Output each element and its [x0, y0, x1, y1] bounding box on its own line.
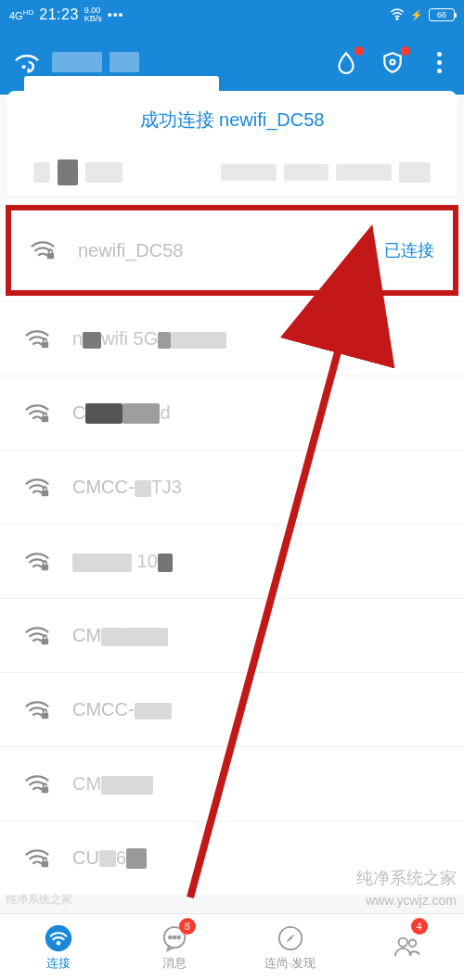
svg-point-14 [56, 941, 60, 946]
nav-messages[interactable]: 消息 8 [116, 914, 232, 980]
svg-point-18 [177, 935, 180, 938]
clock: 21:23 [39, 6, 79, 23]
nav-mine[interactable]: 4 [348, 914, 464, 980]
svg-point-2 [391, 60, 395, 65]
app-logo-icon [11, 46, 43, 78]
nav-discover[interactable]: 连尚·发现 [232, 914, 348, 980]
wifi-status-icon [390, 7, 405, 23]
water-drop-icon[interactable] [332, 48, 360, 76]
wifi-name: 10 [72, 551, 440, 572]
people-icon [392, 932, 421, 961]
svg-point-0 [396, 18, 398, 19]
net-speed: 9.00KB/s [84, 6, 102, 23]
success-message: 成功连接 newifi_DC58 [19, 108, 445, 133]
wifi-lock-icon [24, 551, 50, 573]
charging-icon: ⚡ [410, 9, 423, 21]
svg-rect-10 [42, 786, 48, 793]
wifi-name: CMCC-TJ3 [72, 477, 440, 498]
wifi-item[interactable]: CMCC- [0, 672, 464, 746]
watermark-left: 纯净系统之家 [6, 892, 72, 908]
wifi-item[interactable]: CM [0, 746, 464, 821]
watermark-line2: www.ycwjz.com [366, 893, 457, 908]
wifi-list: newifi_DC58 已连接 nwifi 5G Cd CMCC-TJ3 [0, 199, 464, 895]
wifi-item[interactable]: Cd [0, 375, 464, 450]
wifi-lock-icon [24, 477, 50, 499]
status-bar: 4GHD 21:23 9.00KB/s ••• ⚡ 66 [0, 0, 464, 30]
bottom-nav: 连接 消息 8 连尚·发现 4 [0, 913, 464, 980]
wifi-lock-icon [24, 625, 50, 647]
wifi-lock-icon [24, 402, 50, 425]
svg-rect-3 [47, 253, 54, 260]
wifi-item[interactable]: CM [0, 598, 464, 672]
wifi-icon [44, 923, 73, 953]
wifi-lock-icon [24, 773, 50, 795]
svg-rect-7 [42, 564, 48, 570]
wifi-item[interactable]: 10 [0, 524, 464, 598]
nav-label: 连尚·发现 [264, 955, 316, 972]
badge: 4 [411, 918, 428, 935]
wifi-name: nwifi 5G [72, 328, 440, 350]
wifi-lock-icon [24, 699, 50, 721]
battery-indicator: 66 [429, 8, 455, 21]
svg-point-20 [398, 937, 406, 946]
svg-point-21 [408, 939, 416, 947]
network-type: 4GHD [9, 9, 33, 21]
svg-rect-6 [42, 490, 48, 496]
svg-rect-11 [42, 860, 48, 867]
svg-point-1 [21, 65, 25, 69]
svg-rect-5 [42, 415, 48, 422]
blurred-info-row [19, 157, 445, 188]
wifi-lock-icon [24, 328, 50, 350]
svg-point-16 [168, 935, 171, 938]
wifi-item[interactable]: CMCC-TJ3 [0, 450, 464, 524]
svg-point-17 [173, 935, 175, 938]
wifi-item[interactable]: nwifi 5G [0, 301, 464, 375]
wifi-name: CM [72, 773, 440, 795]
wifi-lock-icon [30, 239, 56, 261]
watermark-line1: 纯净系统之家 [356, 867, 457, 889]
badge: 8 [179, 918, 196, 935]
wifi-lock-icon [24, 847, 50, 870]
menu-icon[interactable] [425, 48, 453, 76]
app-title-blurred [52, 52, 139, 72]
nav-label: 连接 [46, 955, 71, 972]
connected-badge: 已连接 [360, 239, 434, 261]
shield-icon[interactable] [379, 48, 406, 76]
svg-rect-9 [42, 712, 48, 719]
compass-icon [276, 923, 305, 953]
wifi-name: Cd [72, 402, 440, 425]
connection-success-card: 成功连接 newifi_DC58 [7, 91, 457, 196]
svg-rect-4 [42, 341, 48, 348]
nav-connect[interactable]: 连接 [0, 914, 116, 980]
nav-label: 消息 [162, 955, 187, 972]
wifi-name: CU6 [72, 847, 440, 870]
wifi-name: CMCC- [72, 699, 440, 720]
wifi-item-connected[interactable]: newifi_DC58 已连接 [0, 199, 464, 301]
more-notifications: ••• [108, 7, 124, 22]
svg-rect-8 [42, 638, 48, 644]
wifi-name: newifi_DC58 [78, 240, 360, 261]
wifi-name: CM [72, 625, 440, 646]
